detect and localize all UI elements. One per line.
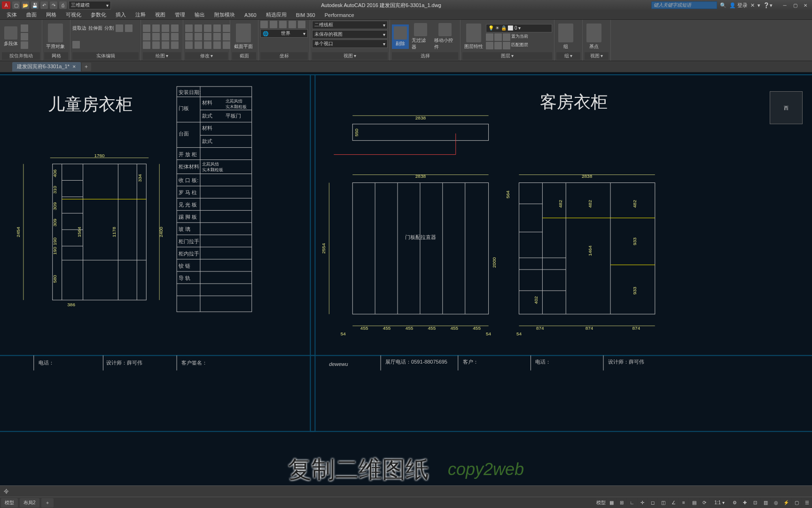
base-button[interactable]: 基点 — [585, 23, 603, 51]
tab-mesh[interactable]: 网格 — [41, 11, 61, 18]
help-icon[interactable]: ❔▾ — [763, 2, 773, 8]
maximize-button[interactable]: ▢ — [790, 2, 800, 8]
annoscale-button[interactable]: 1:1 ▾ — [710, 499, 729, 507]
scale-icon[interactable] — [195, 41, 202, 49]
qat-new-icon[interactable]: ▢ — [12, 1, 20, 9]
add-layout-button[interactable]: ＋ — [41, 498, 54, 508]
qat-save-icon[interactable]: 💾 — [31, 1, 39, 9]
section-button[interactable]: 截面平面 — [232, 23, 255, 51]
ucs3-icon[interactable] — [279, 21, 287, 28]
tab-parametric[interactable]: 参数化 — [86, 11, 111, 18]
osnap-toggle[interactable]: ◻ — [648, 499, 657, 507]
polysolid-button[interactable]: 多段体 — [2, 25, 20, 48]
stretch-icon[interactable] — [204, 41, 211, 49]
isolate-button[interactable]: ◎ — [771, 499, 781, 507]
helix-icon[interactable] — [171, 41, 179, 49]
layeriso-icon[interactable] — [503, 42, 510, 49]
tab-a360[interactable]: A360 — [240, 12, 261, 18]
arc-icon[interactable] — [171, 24, 179, 32]
drawing-canvas[interactable]: 儿童房衣柜 1760 2454 2400 406 310 309 309 190… — [0, 72, 812, 485]
units-toggle[interactable]: ⊡ — [750, 499, 760, 507]
qat-undo-icon[interactable]: ↶ — [40, 1, 48, 9]
point-icon[interactable] — [152, 41, 160, 49]
transparency-toggle[interactable]: ▤ — [689, 499, 699, 507]
close-button[interactable]: ✕ — [801, 2, 810, 8]
minimize-button[interactable]: ─ — [780, 2, 789, 8]
visual-style-selector[interactable]: 二维线框▾ — [312, 21, 388, 29]
tab-addins[interactable]: 附加模块 — [210, 11, 240, 18]
ucs-selector[interactable]: 🌐 世界 ▾ — [260, 29, 308, 38]
tab-manage[interactable]: 管理 — [170, 11, 190, 18]
layerfreeze-icon[interactable] — [503, 33, 510, 41]
quickprops-toggle[interactable]: ▥ — [761, 499, 770, 507]
polar-toggle[interactable]: ✛ — [638, 499, 647, 507]
workspace-switch-button[interactable]: ⚙ — [730, 499, 739, 507]
rect-icon[interactable] — [143, 33, 150, 40]
ucs2-icon[interactable] — [270, 21, 277, 28]
move-icon[interactable] — [185, 24, 193, 32]
file-tab[interactable]: 建发国宾府6-3301a_1*✕ — [12, 62, 81, 71]
command-line[interactable]: 令 — [0, 485, 812, 497]
spline-icon[interactable] — [171, 33, 179, 40]
snap-toggle[interactable]: ⊞ — [617, 499, 626, 507]
circle-icon[interactable] — [162, 24, 169, 32]
tab-view[interactable]: 视图 — [150, 11, 170, 18]
subtract-icon[interactable] — [125, 24, 133, 32]
exchange-icon[interactable]: ✕ — [750, 2, 755, 8]
qat-open-icon[interactable]: 📂 — [22, 1, 29, 9]
tab-visualize[interactable]: 可视化 — [61, 11, 86, 18]
cycling-toggle[interactable]: ⟳ — [700, 499, 709, 507]
smooth-button[interactable]: 平滑对象 — [44, 23, 67, 51]
layeroff-icon[interactable] — [494, 33, 502, 41]
view-selector[interactable]: 未保存的视图▾ — [312, 30, 388, 39]
qat-redo-icon[interactable]: ↷ — [50, 1, 57, 9]
hatch-icon[interactable] — [143, 41, 150, 49]
lineweight-toggle[interactable]: ≡ — [679, 499, 688, 507]
ucs-icon[interactable] — [260, 21, 268, 28]
command-input[interactable] — [11, 489, 808, 494]
tab-featured[interactable]: 精选应用 — [261, 11, 291, 18]
layer-selector[interactable]: 💡 ☀ 🔒 ⬜ 0 ▾ — [486, 24, 552, 32]
copy-icon[interactable] — [195, 24, 202, 32]
tab-performance[interactable]: Performance — [320, 12, 359, 18]
ellipse-icon[interactable] — [162, 33, 169, 40]
cleanscreen-button[interactable]: ▢ — [792, 499, 801, 507]
cylinder-icon[interactable] — [21, 33, 28, 40]
group-button[interactable]: 组 — [556, 23, 575, 51]
customize-button[interactable]: ☰ — [802, 499, 812, 507]
tab-bim360[interactable]: BIM 360 — [291, 12, 320, 18]
gizmo-button[interactable]: 移动小控件 — [432, 22, 458, 51]
workspace-selector[interactable]: 三维建模▾ — [69, 1, 111, 9]
annomonitor-toggle[interactable]: ✚ — [740, 499, 750, 507]
polygon-icon[interactable] — [152, 33, 160, 40]
hardware-accel-toggle[interactable]: ⚡ — [781, 499, 791, 507]
extend-icon[interactable] — [223, 24, 230, 32]
offset-icon[interactable] — [185, 41, 193, 49]
intersect-icon[interactable] — [72, 41, 80, 48]
chamfer-icon[interactable] — [204, 33, 211, 40]
layerprops-button[interactable]: 图层特性 — [462, 23, 485, 51]
help-search-input[interactable]: 键入关键字或短语 — [651, 1, 717, 9]
pline-icon[interactable] — [152, 24, 160, 32]
ucs4-icon[interactable] — [289, 21, 296, 28]
new-tab-button[interactable]: ＋ — [82, 63, 91, 71]
align-icon[interactable] — [223, 41, 230, 49]
tab-solid[interactable]: 实体 — [2, 11, 22, 18]
model-tab[interactable]: 模型 — [1, 498, 18, 508]
layerunlock-icon[interactable] — [494, 42, 502, 49]
region-icon[interactable] — [162, 41, 169, 49]
viewcube[interactable]: 西 — [770, 91, 803, 124]
tab-close-icon[interactable]: ✕ — [72, 64, 76, 69]
line-icon[interactable] — [143, 24, 150, 32]
layout-tab[interactable]: 布局2 — [20, 498, 39, 508]
fillet-icon[interactable] — [195, 33, 202, 40]
stayconnected-icon[interactable]: ▾ — [757, 2, 760, 8]
array-icon[interactable] — [213, 33, 221, 40]
sphere-icon[interactable] — [21, 41, 28, 49]
rotate-icon[interactable] — [204, 24, 211, 32]
tab-surface[interactable]: 曲面 — [22, 11, 41, 18]
culling-button[interactable]: 剔除 — [392, 24, 409, 49]
trim-icon[interactable] — [213, 24, 221, 32]
modelspace-button[interactable]: 模型 — [596, 499, 606, 507]
ucs5-icon[interactable] — [298, 21, 305, 28]
